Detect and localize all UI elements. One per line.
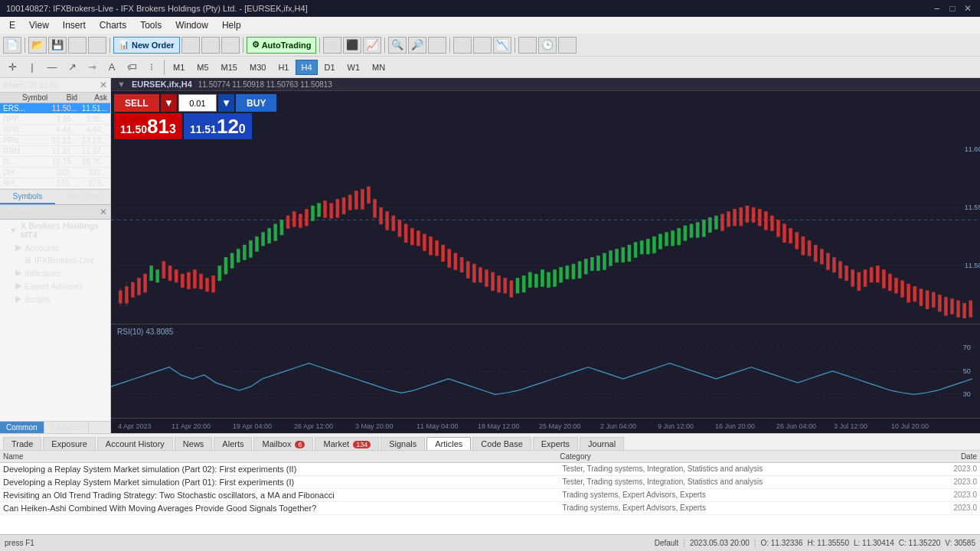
hline-draw-icon[interactable]: —: [43, 59, 61, 76]
tab-account-history[interactable]: Account History: [97, 437, 173, 450]
toolbar-sell-icon[interactable]: ▼: [201, 37, 220, 54]
nav-tab-common[interactable]: Common: [0, 422, 44, 433]
menu-item-window[interactable]: Window: [169, 18, 214, 32]
trendline-draw-icon[interactable]: ↗: [63, 59, 81, 76]
sell-dropdown[interactable]: ▼: [161, 94, 177, 112]
clock-icon[interactable]: 🕒: [538, 37, 557, 54]
tab-mailbox[interactable]: Mailbox 6: [253, 437, 313, 450]
tab-symbols[interactable]: Symbols: [0, 190, 55, 204]
fit-screen-icon[interactable]: ⊞: [428, 37, 446, 54]
tab-trade[interactable]: Trade: [3, 437, 41, 450]
article-row[interactable]: Revisiting an Old Trend Trading Strategy…: [0, 489, 980, 502]
chart-dropdown-icon[interactable]: ▼: [117, 80, 126, 89]
nav-accounts-sub[interactable]: 🖥 IFXBrokers-Live: [0, 254, 110, 266]
article-row[interactable]: Can Heiken-Ashi Combined With Moving Ave…: [0, 502, 980, 515]
line-draw-icon[interactable]: |: [23, 59, 41, 76]
svg-text:30: 30: [963, 391, 971, 399]
arrow-draw-icon[interactable]: ⇾: [83, 59, 101, 76]
watchlist-close[interactable]: ✕: [100, 80, 107, 90]
watchlist-row[interactable]: DPP...3.95...3.95...: [0, 114, 110, 125]
tab-signals[interactable]: Signals: [381, 437, 425, 450]
sell-button[interactable]: SELL: [114, 94, 159, 112]
label-draw-icon[interactable]: 🏷: [122, 59, 141, 76]
svg-rect-95: [646, 239, 649, 254]
svg-text:70: 70: [963, 344, 971, 352]
toolbar-orders-icon[interactable]: ≡: [221, 37, 240, 54]
tf-h1[interactable]: H1: [273, 60, 294, 75]
watchlist-row[interactable]: RPR...4.44...4.44...: [0, 125, 110, 135]
amount-input[interactable]: [178, 94, 217, 112]
nav-experts[interactable]: ▶ Expert Advisors: [0, 279, 110, 292]
main-chart[interactable]: SELL ▼ ▼ BUY 11.50 81 3 11.51 12 0: [111, 91, 980, 324]
zoom-out-icon[interactable]: 🔎: [408, 37, 426, 54]
tf-w1[interactable]: W1: [342, 60, 366, 75]
tf-d1[interactable]: D1: [319, 60, 341, 75]
watchlist-row[interactable]: RRN...11.27...11.27...: [0, 146, 110, 157]
buy-button[interactable]: BUY: [236, 94, 276, 112]
amount-dropdown[interactable]: ▼: [218, 94, 234, 112]
tab-journal[interactable]: Journal: [580, 437, 624, 450]
tf-m5[interactable]: M5: [191, 60, 214, 75]
tab-experts[interactable]: Experts: [533, 437, 578, 450]
watchlist-row[interactable]: D...16.75...16.76...: [0, 157, 110, 168]
more-draw-icon[interactable]: ⁝: [142, 59, 161, 76]
close-button[interactable]: ✕: [962, 2, 974, 15]
chart-type-candle[interactable]: ⬛: [343, 37, 361, 54]
tf-mn[interactable]: MN: [367, 60, 390, 75]
svg-rect-20: [181, 274, 184, 287]
svg-rect-60: [429, 236, 432, 255]
menu-item-help[interactable]: Help: [216, 18, 247, 32]
menu-item-insert[interactable]: Insert: [57, 18, 92, 32]
period-sep-icon[interactable]: |: [473, 37, 492, 54]
article-row[interactable]: Developing a Replay System Market simula…: [0, 476, 980, 489]
tf-m30[interactable]: M30: [244, 60, 271, 75]
navigator-bottom-tabs: Common Favorites: [0, 421, 110, 433]
tab-exposure[interactable]: Exposure: [43, 437, 95, 450]
toolbar-print-icon[interactable]: 🖨: [68, 37, 87, 54]
settings-icon[interactable]: ⚙: [558, 37, 577, 54]
auto-trading-button[interactable]: ⚙ AutoTrading: [247, 37, 317, 54]
toolbar-buy-icon[interactable]: ▲: [181, 37, 200, 54]
new-order-button[interactable]: 📊 New Order: [113, 37, 180, 54]
navigator-close[interactable]: ✕: [100, 207, 107, 217]
menu-item-tools[interactable]: Tools: [134, 18, 168, 32]
watchlist-row[interactable]: DH...332....332...: [0, 168, 110, 178]
tab-news[interactable]: News: [175, 437, 213, 450]
tf-h4[interactable]: H4: [296, 60, 317, 75]
toolbar-save-icon[interactable]: 💾: [48, 37, 67, 54]
nav-accounts[interactable]: ▶ Accounts: [0, 241, 110, 254]
menu-item-e[interactable]: E: [3, 18, 21, 32]
minimize-button[interactable]: ‒: [931, 2, 943, 15]
menu-item-charts[interactable]: Charts: [93, 18, 132, 32]
tab-tick-chart[interactable]: Tick Chart: [55, 190, 110, 204]
nav-indicators[interactable]: ▶ Indicators: [0, 266, 110, 279]
crosshair-draw-icon[interactable]: ✛: [3, 59, 21, 76]
watchlist-row[interactable]: PPN...13.11...13.12...: [0, 135, 110, 146]
chart-type-bar[interactable]: ▦: [323, 37, 341, 54]
watchlist-row[interactable]: ERS...11.50...11.51...: [0, 103, 110, 114]
tab-articles[interactable]: Articles: [426, 437, 471, 450]
toolbar-new-icon[interactable]: 📄: [3, 37, 21, 54]
tab-codebase[interactable]: Code Base: [472, 437, 531, 450]
folder3-icon: ▶: [15, 281, 21, 291]
toolbar-arrow-icon[interactable]: ↩: [88, 37, 106, 54]
nav-tab-favorites[interactable]: Favorites: [44, 422, 89, 433]
article-row[interactable]: Developing a Replay System Market simula…: [0, 463, 980, 476]
tab-alerts[interactable]: Alerts: [214, 437, 252, 450]
menu-item-view[interactable]: View: [23, 18, 55, 32]
crosshair-icon[interactable]: ✛: [453, 37, 472, 54]
indicator-icon[interactable]: 📉: [493, 37, 511, 54]
watchlist-row[interactable]: RH...373....373...: [0, 178, 110, 189]
nav-scripts[interactable]: ▶ Scripts: [0, 292, 110, 305]
text-draw-icon[interactable]: A: [103, 59, 121, 76]
maximize-button[interactable]: □: [946, 2, 959, 15]
tf-m1[interactable]: M1: [168, 60, 190, 75]
tab-market[interactable]: Market 134: [315, 437, 379, 450]
tf-m15[interactable]: M15: [216, 60, 243, 75]
zoom-in-icon[interactable]: 🔍: [388, 37, 407, 54]
chart-type-line[interactable]: 📈: [363, 37, 381, 54]
toolbar-open-icon[interactable]: 📂: [28, 37, 47, 54]
template-icon[interactable]: ⊟: [518, 37, 537, 54]
titlebar-controls[interactable]: ‒ □ ✕: [931, 2, 974, 15]
rsi-chart: RSI(10) 43.8085 70 50 30: [111, 324, 980, 418]
